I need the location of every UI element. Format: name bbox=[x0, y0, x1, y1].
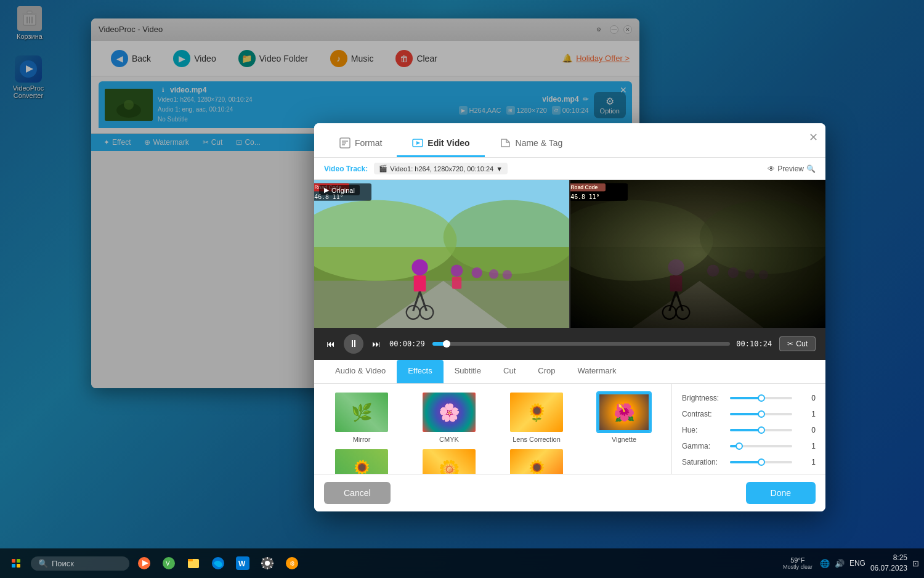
timeline-track[interactable] bbox=[432, 342, 730, 346]
tab-watermark[interactable]: Watermark bbox=[566, 360, 627, 383]
timeline-thumb[interactable] bbox=[443, 340, 450, 348]
network-icon[interactable]: 🌐 bbox=[820, 559, 830, 568]
svg-rect-39 bbox=[414, 275, 426, 291]
tab-effects[interactable]: Effects bbox=[397, 360, 444, 383]
taskbar-system: 59°F Mostly clear 🌐 🔊 ENG 8:25 06.07.202… bbox=[783, 553, 919, 574]
taskbar-icon-files[interactable] bbox=[182, 552, 205, 574]
taskbar-icon-settings[interactable] bbox=[256, 552, 278, 574]
effect-lens-correction[interactable]: 🌻 Lens Correction bbox=[496, 391, 577, 443]
start-button[interactable] bbox=[5, 552, 27, 574]
original-text: Original bbox=[331, 187, 355, 194]
timeline-area: ⏮ ⏸ ⏭ 00:00:29 00:10:24 ✂ Cut bbox=[314, 328, 825, 360]
taskbar-icon-browser[interactable] bbox=[207, 552, 229, 574]
video-track-selector[interactable]: 🎬 Video1: h264, 1280x720, 00:10:24 ▼ bbox=[374, 163, 508, 174]
effects-content: 🌿 Mirror 🌸 CMYK 🌻 Lens Correction 🌺 bbox=[314, 384, 825, 474]
brightness-thumb[interactable] bbox=[758, 394, 765, 402]
edit-dialog: Format Edit Video Name & Tag ✕ Video bbox=[314, 123, 825, 511]
weather-widget: 59°F Mostly clear bbox=[783, 556, 813, 570]
effects-grid: 🌿 Mirror 🌸 CMYK 🌻 Lens Correction 🌺 bbox=[314, 384, 671, 474]
hue-label: Hue: bbox=[682, 426, 725, 434]
effect-tinted[interactable]: 🌻 Tinted bbox=[322, 448, 402, 474]
dialog-footer: Cancel Done bbox=[314, 474, 825, 511]
right-video-panel: Road Code 46.8 11° bbox=[570, 180, 825, 328]
search-placeholder: Поиск bbox=[52, 559, 74, 568]
tab-subtitle[interactable]: Subtitle bbox=[444, 360, 492, 383]
taskbar-icon-app2[interactable]: V bbox=[158, 552, 180, 574]
svg-point-38 bbox=[411, 259, 428, 275]
hue-fill bbox=[730, 429, 761, 431]
cut-timeline-label: Cut bbox=[796, 340, 808, 348]
taskbar-icon-app7[interactable]: ⚙ bbox=[281, 552, 303, 574]
edge-thumb: 🌼 bbox=[421, 448, 477, 474]
search-icon: 🔍 bbox=[806, 165, 816, 173]
gamma-row: Gamma: 1 bbox=[682, 442, 816, 450]
contrast-row: Contrast: 1 bbox=[682, 410, 816, 418]
clock-time: 8:25 bbox=[870, 553, 907, 563]
contrast-label: Contrast: bbox=[682, 410, 725, 418]
taskbar-icon-store[interactable]: W bbox=[232, 552, 254, 574]
saturation-label: Saturation: bbox=[682, 458, 725, 466]
svg-marker-32 bbox=[416, 141, 420, 145]
tab-format-label: Format bbox=[355, 138, 382, 148]
gamma-thumb[interactable] bbox=[736, 442, 743, 450]
tinted-thumb-inner: 🌻 bbox=[335, 449, 388, 474]
saturation-thumb[interactable] bbox=[758, 458, 765, 466]
svg-text:46.8   11°: 46.8 11° bbox=[570, 193, 599, 200]
brightness-row: Brightness: 0 bbox=[682, 394, 816, 402]
tab-crop[interactable]: Crop bbox=[527, 360, 566, 383]
hue-thumb[interactable] bbox=[758, 426, 765, 434]
effect-edge[interactable]: 🌼 Edge bbox=[409, 448, 489, 474]
gamma-value: 1 bbox=[797, 442, 816, 450]
edit-video-tab-icon bbox=[411, 137, 424, 149]
preview-icon: 👁 bbox=[768, 165, 775, 173]
rewind-button[interactable]: ⏮ bbox=[324, 336, 338, 351]
svg-rect-78 bbox=[188, 559, 193, 561]
play-tri-icon: ▶ bbox=[324, 186, 329, 194]
tab-format[interactable]: Format bbox=[324, 131, 397, 157]
svg-text:V: V bbox=[166, 560, 170, 567]
svg-point-44 bbox=[451, 264, 463, 277]
done-button[interactable]: Done bbox=[746, 482, 816, 504]
tab-audio-video[interactable]: Audio & Video bbox=[324, 360, 397, 383]
play-pause-button[interactable]: ⏸ bbox=[344, 334, 363, 354]
svg-point-83 bbox=[265, 561, 270, 566]
brightness-value: 0 bbox=[797, 394, 816, 402]
effects-tabs: Audio & Video Effects Subtitle Cut Crop … bbox=[314, 360, 825, 384]
svg-rect-45 bbox=[452, 277, 461, 289]
contrast-value: 1 bbox=[797, 410, 816, 418]
name-tag-tab-icon bbox=[500, 137, 512, 149]
cut-timeline-button[interactable]: ✂ Cut bbox=[779, 336, 816, 351]
cmyk-thumb: 🌸 bbox=[421, 391, 477, 433]
preview-button[interactable]: 👁 Preview 🔍 bbox=[768, 165, 816, 173]
lens-thumb: 🌻 bbox=[509, 391, 564, 433]
svg-text:Road Code: Road Code bbox=[570, 184, 598, 190]
show-desktop-icon[interactable]: ⊡ bbox=[912, 559, 919, 568]
brightness-slider[interactable] bbox=[730, 397, 792, 399]
effect-cmyk[interactable]: 🌸 CMYK bbox=[409, 391, 489, 443]
brightness-label: Brightness: bbox=[682, 394, 725, 402]
tab-cut[interactable]: Cut bbox=[492, 360, 527, 383]
format-tab-icon bbox=[339, 137, 351, 149]
contrast-slider[interactable] bbox=[730, 413, 792, 415]
forward-button[interactable]: ⏭ bbox=[370, 336, 383, 351]
mirror-thumb: 🌿 bbox=[334, 391, 389, 433]
taskbar-icon-videoproc[interactable] bbox=[133, 552, 155, 574]
taskbar-search-box[interactable]: 🔍 Поиск bbox=[31, 556, 129, 571]
brightness-fill bbox=[730, 397, 761, 399]
cancel-button[interactable]: Cancel bbox=[324, 482, 391, 504]
tab-name-tag[interactable]: Name & Tag bbox=[485, 131, 578, 157]
gamma-slider[interactable] bbox=[730, 445, 792, 447]
hue-slider[interactable] bbox=[730, 429, 792, 431]
clock-date: 06.07.2023 bbox=[870, 563, 907, 574]
dialog-close-button[interactable]: ✕ bbox=[809, 131, 818, 144]
volume-icon[interactable]: 🔊 bbox=[835, 559, 845, 568]
effect-emboss[interactable]: 🌻 Emboss bbox=[496, 448, 577, 474]
original-label: ▶ Original bbox=[319, 185, 360, 195]
left-video-panel: Road Code 46.8 11° bbox=[314, 180, 570, 328]
effect-vignette[interactable]: 🌺 Vignette bbox=[584, 391, 664, 443]
contrast-thumb[interactable] bbox=[758, 410, 765, 418]
saturation-slider[interactable] bbox=[730, 461, 792, 463]
effect-mirror[interactable]: 🌿 Mirror bbox=[322, 391, 402, 443]
contrast-fill bbox=[730, 413, 761, 415]
tab-edit-video[interactable]: Edit Video bbox=[397, 131, 484, 157]
